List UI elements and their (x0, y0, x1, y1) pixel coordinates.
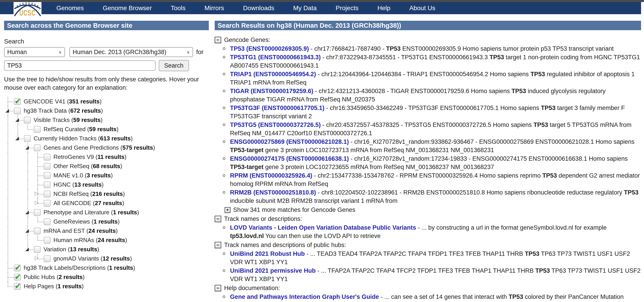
nav-item-genomes[interactable]: Genomes (56, 4, 84, 12)
collapse-section-button[interactable]: − (215, 216, 221, 222)
tree-item-visible-tracks: Visible Tracks (59 results) (4, 115, 209, 125)
result-link[interactable]: RRM2B (ENST00000251810.8) (230, 189, 316, 196)
result-text-bold: TP53 (542, 172, 557, 179)
tree-checkbox[interactable]: ✔ (14, 274, 21, 281)
result-link[interactable]: TP53 (ENST00000269305.9) (230, 45, 309, 52)
tree-item-genes-and-gene-predictions: Genes and Gene Predictions (575 results) (4, 143, 209, 152)
result-text: - chr16_KI270728v1_random:933862-936467 … (349, 138, 634, 145)
collapse-arrow-icon[interactable] (15, 137, 19, 140)
tree-checkbox[interactable] (24, 117, 31, 123)
tree-checkbox[interactable] (24, 135, 31, 142)
tree-item-label: hg38 Track Labels/Descriptions (1 result… (24, 264, 135, 271)
right-panel-header: Search Results on hg38 (Human Dec. 2013 … (215, 21, 641, 30)
tree-checkbox[interactable]: ✔ (14, 265, 21, 271)
species-select-value: Human (7, 49, 27, 56)
bullet-icon (223, 269, 225, 272)
result-link[interactable]: TP53TG3F (ENST00000617705.1) (230, 105, 324, 111)
assembly-select[interactable]: Human Dec. 2013 (GRCh38/hg38) ∨ (70, 47, 193, 57)
tree-instructions: Use the tree to hide/show results from o… (4, 75, 209, 92)
ucsc-logo[interactable]: UCSC (14, 2, 42, 17)
result-link[interactable]: ENSG00000274175 (ENST00000616638.1) (230, 155, 349, 162)
tree-item-label: mRNA and EST (24 results) (44, 227, 118, 234)
species-select[interactable]: Human ∨ (4, 47, 65, 57)
tree-checkbox[interactable] (34, 209, 40, 216)
tree-item-label: Public Hubs (2 results) (24, 274, 84, 281)
nav-item-mirrors[interactable]: Mirrors (204, 4, 224, 12)
collapse-arrow-icon[interactable] (25, 146, 29, 150)
result-link[interactable]: TRIAP1 (ENST00000546954.2) (230, 71, 316, 77)
tree-checkbox[interactable] (14, 107, 21, 114)
expand-arrow-icon[interactable]: ▷ (35, 200, 38, 206)
result-link[interactable]: UniBind 2021 permissive Hub (230, 267, 316, 274)
tree-checkbox[interactable] (44, 237, 50, 244)
tree-checkbox[interactable] (34, 228, 40, 234)
result-text-bold: TP53 (490, 54, 504, 61)
collapse-arrow-icon[interactable] (15, 118, 19, 122)
bullet-icon (223, 157, 225, 160)
nav-item-genome-browser[interactable]: Genome Browser (102, 4, 152, 12)
expand-arrow-icon[interactable]: ▷ (35, 190, 38, 196)
tree-checkbox[interactable] (44, 181, 50, 188)
tree-checkbox[interactable] (44, 154, 50, 160)
tree-checkbox[interactable] (44, 191, 50, 197)
tree-connector (34, 152, 44, 162)
result-text: - chr12:120443964-120446384 - TRIAP1 ENS… (316, 71, 530, 77)
collapse-section-button[interactable]: − (215, 37, 221, 43)
result-link[interactable]: TIGAR (ENST00000179259.6) (230, 88, 313, 94)
result-link[interactable]: UniBind 2021 Robust Hub (230, 250, 305, 257)
collapse-section-button[interactable]: − (215, 242, 221, 248)
result-link[interactable]: Gene and Pathways Interaction Graph User… (230, 294, 379, 300)
nav-item-my-data[interactable]: My Data (293, 4, 316, 12)
tree-checkbox[interactable] (44, 163, 50, 170)
collapse-section-button[interactable]: − (215, 285, 221, 292)
tree-checkbox[interactable] (44, 172, 50, 179)
tree-connector (34, 180, 44, 189)
expand-arrow-icon[interactable]: ▷ (35, 255, 38, 261)
expand-more-button[interactable]: + (224, 207, 230, 213)
collapse-arrow-icon[interactable] (25, 248, 29, 251)
tree-connector (4, 97, 14, 106)
nav-item-tools[interactable]: Tools (171, 4, 185, 12)
nav-item-help[interactable]: Help (378, 4, 390, 12)
nav-item-downloads[interactable]: Downloads (243, 4, 274, 12)
result-link[interactable]: TP53TG1 (ENST00000661943.3) (230, 54, 321, 61)
tree-item-ncbi-refseq: ▷NCBI RefSeq (216 results) (4, 189, 209, 199)
result-text: - ... TEAD3 TEAD4 TFAP2A TFAP2C TFAP4 TF… (305, 250, 525, 257)
result-link[interactable]: RPRM (ENST00000325926.4) (230, 172, 312, 179)
tree-item-other-refseq: Other RefSeq (68 results) (4, 162, 209, 171)
result-text: gene 3 protein LOC102723655 mRNA from Re… (264, 164, 494, 170)
tree-checkbox[interactable] (34, 246, 40, 253)
collapse-arrow-icon[interactable] (25, 229, 29, 233)
result-item: UniBind 2021 Robust Hub - ... TEAD3 TEAD… (215, 250, 641, 266)
collapse-arrow-icon[interactable] (6, 109, 9, 113)
tree-checkbox[interactable] (44, 255, 50, 262)
result-link[interactable]: TP53TG5 (ENST00000372726.5) (230, 121, 321, 128)
tree-checkbox[interactable]: ✔ (14, 283, 21, 290)
tree-connector (14, 115, 24, 125)
result-link[interactable]: ENSG00000275869 (ENST00000621028.1) (230, 138, 349, 145)
result-item: TP53TG5 (ENST00000372726.5) - chr20:4537… (215, 121, 641, 137)
search-button[interactable]: Search (159, 60, 189, 71)
nav-item-about-us[interactable]: About Us (409, 4, 435, 12)
tree-item-label: RefSeq Curated (59 results) (44, 126, 118, 133)
result-text: - chr8:102204502-102238961 - RRM2B ENST0… (316, 189, 624, 196)
tree-connector: ▷ (34, 254, 44, 263)
result-text: - chr2:153477338-153478762 - RPRM ENST00… (312, 172, 542, 179)
results-section-header: −Track names or descriptions: (215, 215, 641, 223)
tree-checkbox[interactable] (34, 144, 40, 151)
nav-item-projects[interactable]: Projects (336, 4, 358, 12)
tree-checkbox[interactable] (34, 126, 40, 133)
tree-item-gnomad-variants: ▷gnomAD Variants (12 results) (4, 254, 209, 263)
tree-checkbox[interactable]: ✔ (14, 98, 21, 105)
collapse-arrow-icon[interactable] (25, 211, 29, 214)
tree-item-label: GENCODE V41 (351 results) (24, 98, 102, 105)
tree-checkbox[interactable] (44, 218, 50, 225)
tree-item-label: Human mRNAs (24 results) (54, 237, 127, 244)
search-input[interactable] (4, 60, 156, 71)
tree-checkbox[interactable] (44, 200, 50, 207)
show-more-label[interactable]: Show 341 more matches for Gencode Genes (233, 206, 355, 214)
tree-item-hg38-track-data: hg38 Track Data (672 results) (4, 106, 209, 115)
result-link[interactable]: LOVD Variants - Leiden Open Variation Da… (230, 224, 416, 231)
result-item: RPRM (ENST00000325926.4) - chr2:15347733… (215, 172, 641, 188)
bullet-icon (223, 174, 225, 177)
